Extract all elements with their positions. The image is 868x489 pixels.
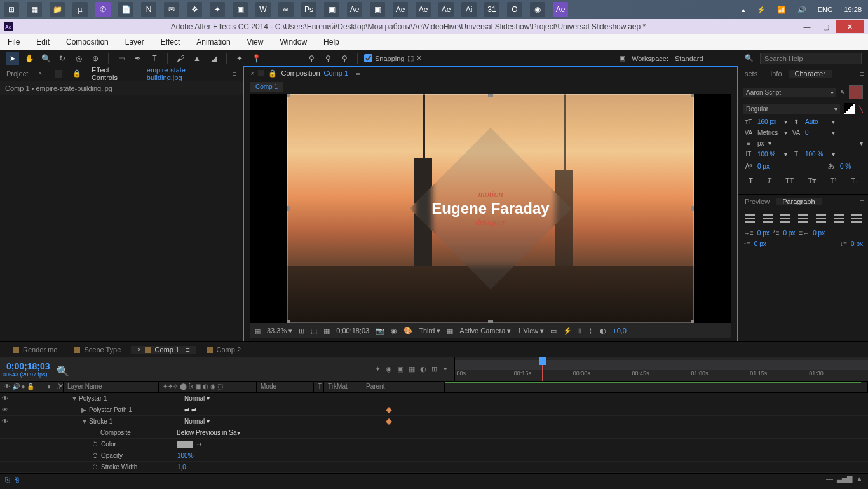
mask-mode-icon[interactable]: ▣ (619, 54, 625, 62)
timeline-tab[interactable]: Scene Type (67, 346, 127, 354)
property-row[interactable]: ⏱ Opacity 100% (0, 450, 868, 462)
timeline-timecode[interactable]: 0;00;18;03 (6, 361, 50, 371)
align-right-button[interactable] (780, 214, 790, 223)
lock-icon[interactable]: 🔒 (268, 69, 277, 78)
hand-tool-icon[interactable]: ✋ (23, 52, 36, 65)
brainstorm-icon[interactable]: ✦ (442, 365, 448, 373)
taskbar-ae-icon[interactable]: Ae (347, 2, 362, 17)
menu-composition[interactable]: Composition (62, 36, 112, 48)
justify-all-button[interactable] (851, 214, 862, 223)
tray-clock[interactable]: 19:28 (841, 6, 864, 13)
timeline-icon[interactable]: ⫴ (578, 327, 581, 335)
color-swatch[interactable] (177, 441, 193, 448)
stopwatch-icon[interactable]: ⏱ (92, 464, 98, 471)
font-family-dropdown[interactable]: Aaron Script (743, 88, 836, 97)
view-layout-dropdown[interactable]: 1 View (517, 327, 544, 335)
visibility-toggle-icon[interactable]: 👁 (0, 395, 10, 402)
toggle-modes-icon[interactable]: ⎗ (15, 476, 19, 483)
motion-blur-icon[interactable]: ◐ (420, 365, 426, 373)
rectangle-tool-icon[interactable]: ▭ (115, 52, 128, 65)
text-tool-icon[interactable]: T (148, 52, 161, 65)
reset-exposure-icon[interactable]: ◐ (600, 327, 606, 335)
fast-preview-icon[interactable]: ⚡ (563, 327, 572, 335)
taskbar-app-icon[interactable]: ✆ (95, 2, 111, 17)
lock-icon[interactable]: 🔒 (72, 69, 81, 78)
maximize-button[interactable]: ▢ (817, 20, 836, 33)
property-row[interactable]: ⏱ Color ⇢ (0, 439, 868, 450)
indent-right-value[interactable]: 0 px (813, 230, 825, 237)
vscale-value[interactable]: 100 % (757, 151, 780, 158)
align-center-button[interactable] (763, 214, 773, 223)
snap-collapse-icon[interactable]: ✕ (416, 54, 422, 62)
color-link-icon[interactable]: ⇢ (196, 441, 201, 448)
all-caps-button[interactable]: TT (785, 177, 794, 185)
space-before-value[interactable]: 0 px (754, 240, 766, 247)
frame-blend-icon[interactable]: ▦ (409, 365, 415, 373)
draft-3d-icon[interactable]: ◉ (386, 365, 392, 373)
close-tab-icon[interactable]: × (250, 69, 254, 77)
snapping-toggle[interactable]: Snapping ⬚ ✕ (364, 54, 422, 62)
viewer-time[interactable]: 0;00;18;03 (336, 327, 369, 334)
taskbar-app-icon[interactable]: ▣ (233, 2, 248, 17)
zoom-tool-icon[interactable]: 🔍 (39, 52, 52, 65)
menu-file[interactable]: File (4, 36, 24, 48)
zoom-dropdown[interactable]: 33.3% (267, 327, 292, 335)
graph-editor-icon[interactable]: ⊞ (431, 365, 437, 373)
dropdown-icon[interactable]: ▾ (832, 151, 835, 158)
timeline-tab-active[interactable]: ×Comp 1≡ (131, 346, 196, 354)
menu-edit[interactable]: Edit (32, 36, 53, 48)
dropdown-icon[interactable]: ▾ (832, 118, 835, 125)
taskbar-app-icon[interactable]: ▣ (370, 2, 385, 17)
zoom-out-icon[interactable]: — (826, 475, 833, 483)
tab-preview[interactable]: Preview (738, 198, 776, 205)
taskbar-app-icon[interactable]: 📄 (118, 2, 133, 17)
stopwatch-icon[interactable]: ⏱ (92, 441, 98, 448)
faux-bold-button[interactable]: T (749, 177, 753, 185)
font-size-value[interactable]: 160 px (757, 118, 780, 125)
panel-menu-icon[interactable]: ≡ (857, 70, 868, 78)
layer-name[interactable]: Polystar Path 1 (89, 406, 184, 413)
taskbar-app-icon[interactable]: µ (72, 2, 88, 17)
taskbar-ae-active-icon[interactable]: Ae (553, 2, 568, 17)
color-mgmt-icon[interactable]: 🎨 (403, 327, 412, 335)
close-button[interactable]: ✕ (836, 20, 864, 33)
exposure-value[interactable]: +0,0 (613, 327, 627, 334)
twirl-icon[interactable]: ▼ (81, 418, 89, 425)
menu-animation[interactable]: Animation (193, 36, 234, 48)
blend-mode-dropdown[interactable]: Normal ▾ (184, 395, 261, 402)
puppet-tool-icon[interactable]: 📍 (250, 52, 262, 65)
mode-icons[interactable]: ⇄ ⇄ (184, 406, 261, 413)
comp-mini-flowchart-icon[interactable]: ✦ (375, 365, 381, 373)
taskbar-app-icon[interactable]: ▦ (27, 2, 42, 17)
brush-tool-icon[interactable]: 🖌 (174, 52, 187, 65)
leading-value[interactable]: Auto (805, 118, 828, 125)
selection-handles[interactable] (287, 94, 694, 323)
col-layer-name[interactable]: Layer Name (64, 382, 159, 392)
hide-shy-icon[interactable]: ▣ (397, 365, 403, 373)
panel-menu-icon[interactable]: ≡ (857, 198, 868, 205)
stroke-color-swatch[interactable] (844, 103, 855, 114)
roto-tool-icon[interactable]: ✦ (233, 52, 246, 65)
clone-tool-icon[interactable]: ▲ (191, 52, 203, 65)
superscript-button[interactable]: T¹ (831, 177, 837, 185)
taskbar-app-icon[interactable]: ❖ (187, 2, 202, 17)
resolution-icon[interactable]: ⊞ (299, 327, 304, 335)
axis-local-icon[interactable]: ⚲ (305, 52, 318, 65)
tray-volume-icon[interactable]: 🔊 (795, 6, 809, 14)
menu-layer[interactable]: Layer (121, 36, 148, 48)
snap-edge-icon[interactable]: ⬚ (407, 54, 414, 62)
toggle-switches-icon[interactable]: ⎘ (5, 476, 10, 483)
space-after-value[interactable]: 0 px (851, 240, 863, 247)
layer-name[interactable]: Polystar 1 (79, 395, 184, 402)
magnification-icon[interactable]: ▦ (254, 327, 261, 335)
timeline-search-icon[interactable]: 🔍⌄ (57, 365, 65, 374)
effect-target-link[interactable]: empire-state-building.jpg (147, 66, 222, 81)
dropdown-icon[interactable]: ▾ (832, 129, 835, 136)
transparency-icon[interactable]: ▦ (447, 327, 453, 335)
col-trkmat[interactable]: TrkMat (324, 382, 362, 392)
composite-dropdown[interactable]: Below Previous in Sa▾ (177, 429, 253, 436)
layer-row[interactable]: 👁 ▶ Polystar Path 1 ⇄ ⇄ (0, 404, 868, 416)
faux-italic-button[interactable]: T (767, 177, 771, 185)
composition-tab-label[interactable]: Composition (281, 69, 320, 77)
comp-name-chip[interactable]: Comp 1 (250, 82, 283, 92)
